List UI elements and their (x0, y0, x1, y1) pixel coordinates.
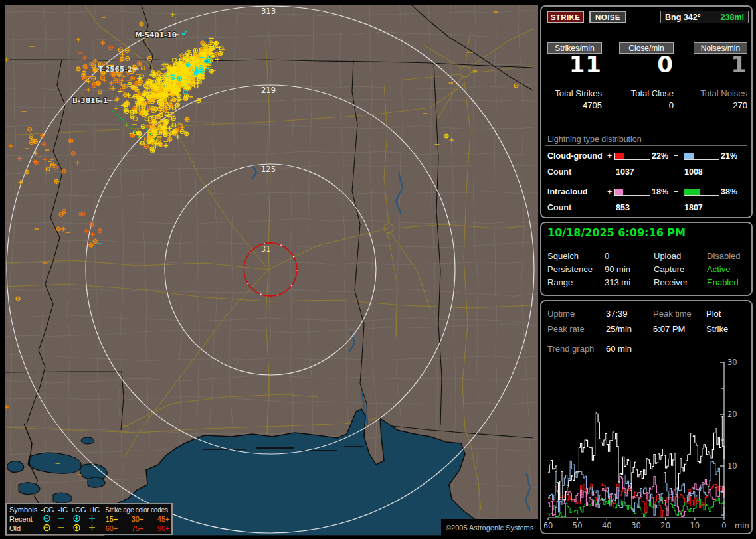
legend-cg-pos-label: +CG (70, 506, 86, 514)
peak-rate-row: Peak rate 25/min 6:07 PM Strike (541, 324, 751, 335)
legend-row-old: Old 60+ 75+ 90+ (9, 524, 171, 533)
svg-text:©2005 Astrogenic Systems: ©2005 Astrogenic Systems (446, 524, 534, 532)
ic-pos-old-icon (84, 524, 100, 533)
distribution-title: Lightning type distribution (547, 135, 642, 144)
svg-text:30: 30 (727, 358, 737, 367)
status-panel: 10/18/2025 6:09:16 PM Squelch 0 Upload D… (540, 222, 753, 296)
strike-stats-panel: STRIKE NOISE Bng 342° 238mi Strikes/min … (540, 5, 753, 218)
svg-text:60: 60 (544, 521, 553, 530)
total-strikes-value: 4705 (583, 100, 602, 110)
legend-cg-neg-label: -CG (40, 506, 55, 514)
noises-per-min-value: 1 (731, 54, 747, 75)
persistence-capture-row: Persistence 90 min Capture Active (541, 264, 751, 275)
intracloud-count-row: Count 853 1807 (541, 203, 751, 213)
ring-label-125: 125 (261, 165, 276, 174)
legend-ic-neg-label: -IC (55, 506, 70, 514)
total-noises-label: Total Noises (700, 88, 747, 98)
close-column: Close/min 0 Total Close 0 (619, 42, 674, 116)
ring-label-31: 31 (261, 244, 271, 254)
cg-pos-recent-icon (69, 514, 84, 524)
datetime-display: 10/18/2025 6:09:16 PM (547, 226, 686, 239)
ring-label-219: 219 (261, 86, 276, 95)
intracloud-row: Intracloud + 18% − 38% (541, 187, 751, 197)
svg-text:10: 10 (727, 461, 737, 471)
strikes-column: Strikes/min 11 Total Strikes 4705 (547, 42, 602, 116)
svg-text:0: 0 (721, 521, 726, 530)
cg-neg-bar (684, 153, 719, 160)
strikes-per-min-value: 11 (569, 54, 602, 75)
storm-cell-label: M-5401-10 (135, 31, 177, 38)
trend-graph-row: Trend graph 60 min (541, 344, 751, 354)
range-receiver-row: Range 313 mi Receiver Enabled (541, 277, 751, 288)
legend-ic-pos-label: +IC (86, 506, 102, 514)
ic-pos-bar (614, 189, 650, 196)
svg-text:10: 10 (690, 521, 700, 530)
ic-neg-bar (684, 189, 719, 196)
bearing-indicator: Bng 342° 238mi (660, 11, 749, 23)
cg-pos-old-icon (69, 524, 84, 533)
legend-age-codes-label: Strike age color codes (102, 506, 171, 514)
svg-text:20: 20 (660, 521, 670, 530)
ic-neg-recent-icon (54, 514, 70, 524)
session-panel: Uptime 37:39 Peak time Plot Peak rate 25… (540, 300, 753, 534)
lightning-map[interactable]: 31321912531M-5401-10T-2565-2B-3816-1©200… (5, 5, 538, 536)
copyright: ©2005 Astrogenic Systems (441, 519, 538, 536)
legend-row-recent: Recent 15+ 30+ 45+ (9, 514, 171, 524)
total-close-label: Total Close (631, 88, 674, 98)
svg-text:20: 20 (727, 410, 737, 419)
noises-column: Noises/min 1 Total Noises 270 (694, 42, 747, 116)
close-per-min-value: 0 (657, 54, 674, 75)
ic-pos-recent-icon (84, 514, 100, 524)
svg-text:30: 30 (631, 521, 641, 530)
map-legend: Symbols -CG -IC +CG +IC Strike age color… (5, 503, 173, 535)
noise-mode-button[interactable]: NOISE (589, 11, 626, 23)
total-close-value: 0 (669, 100, 674, 110)
map-canvas: 31321912531M-5401-10T-2565-2B-3816-1©200… (5, 5, 538, 536)
strike-mode-button[interactable]: STRIKE (547, 11, 584, 23)
bearing-distance: 238mi (721, 13, 744, 22)
cg-neg-recent-icon (39, 514, 54, 524)
cg-pos-bar (614, 153, 650, 160)
ic-neg-old-icon (54, 524, 70, 533)
svg-text:50: 50 (573, 521, 583, 530)
storm-cell-label: T-2565-2 (98, 65, 132, 73)
ring-label-313: 313 (261, 7, 276, 16)
total-strikes-label: Total Strikes (555, 88, 602, 98)
uptime-row: Uptime 37:39 Peak time Plot (541, 309, 751, 319)
trend-graph: 1020306050403020100min (544, 358, 751, 532)
cg-neg-old-icon (39, 524, 54, 533)
cloud-ground-row: Cloud-ground + 22% − 21% (541, 151, 751, 161)
squelch-upload-row: Squelch 0 Upload Disabled (541, 251, 751, 262)
cloud-ground-count-row: Count 1037 1008 (541, 167, 751, 177)
svg-text:min: min (735, 521, 749, 530)
datetime-divider (545, 242, 747, 242)
legend-header: Symbols -CG -IC +CG +IC Strike age color… (9, 505, 171, 514)
legend-symbols-label: Symbols (9, 506, 40, 514)
bearing-label: Bng 342° (665, 13, 701, 22)
storm-cell-label: B-3816-1 (72, 96, 108, 104)
distribution-divider (545, 145, 747, 146)
total-noises-value: 270 (733, 100, 747, 110)
svg-text:40: 40 (602, 521, 612, 530)
